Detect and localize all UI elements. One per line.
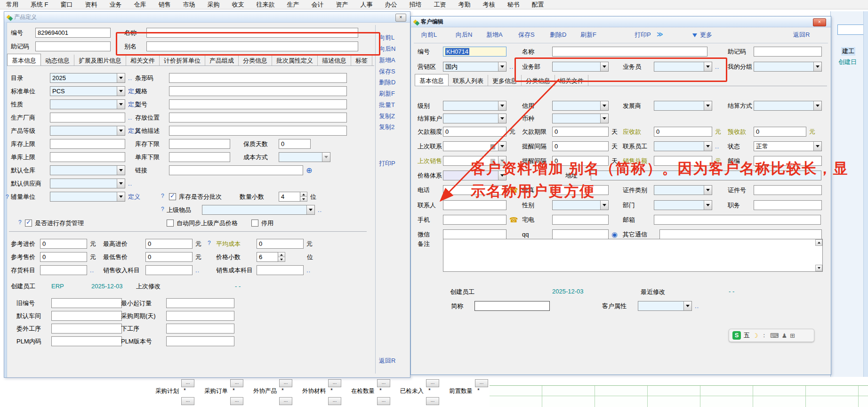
my-group-field[interactable] — [754, 62, 822, 72]
nav-batch-button[interactable]: 批量T — [379, 101, 410, 109]
ellipsis-button[interactable]: ... — [181, 397, 194, 405]
menu-item[interactable]: 常用 — [0, 0, 24, 9]
status-field[interactable]: 正常 — [754, 141, 822, 151]
stock-hi-field[interactable] — [50, 139, 125, 149]
ellipsis-button[interactable]: ... — [181, 379, 194, 387]
menu-item[interactable]: 秘书 — [501, 0, 526, 9]
product-tab[interactable]: 批次属性定义 — [272, 55, 318, 66]
unit-field[interactable]: PCS — [50, 86, 125, 96]
barcode-field[interactable] — [169, 73, 347, 83]
tb-add-button[interactable]: 新增A — [486, 31, 503, 39]
nav-print-button[interactable]: 打印P — [379, 159, 410, 168]
chevron-down-icon[interactable] — [498, 101, 506, 110]
punctuation-icon[interactable]: ： — [761, 331, 767, 340]
menu-item[interactable]: 考勤 — [452, 0, 477, 9]
currency-field[interactable] — [552, 114, 609, 123]
id-no-field[interactable] — [754, 185, 822, 195]
price-dec-stepper[interactable] — [278, 252, 285, 262]
wechat-field[interactable] — [443, 229, 506, 239]
phone-icon[interactable]: ☎ — [509, 216, 518, 224]
ellipsis-button[interactable]: ... — [279, 379, 292, 387]
menu-item[interactable]: 人事 — [354, 0, 379, 9]
ellipsis-button[interactable]: ... — [279, 397, 292, 405]
ime-toolbar[interactable]: S 五 ☽ ： ⌨ ♟ ⊞ — [729, 329, 814, 342]
price-dec-field[interactable]: 6 — [257, 252, 278, 262]
chevron-down-icon[interactable] — [117, 192, 125, 201]
customer-tab[interactable]: 基本信息 — [415, 74, 449, 86]
ellipsis-button[interactable]: ... — [230, 379, 243, 387]
acct-rev-more-button[interactable]: .. — [195, 267, 200, 274]
spin-up-icon[interactable] — [278, 252, 285, 257]
chevron-down-icon[interactable] — [704, 186, 712, 195]
cust-name-field[interactable] — [552, 47, 707, 57]
customer-window-titlebar[interactable]: 客户编辑 × — [411, 16, 831, 27]
plm-id-field[interactable] — [51, 336, 122, 346]
aux-unit-field[interactable] — [50, 192, 125, 202]
chevron-down-icon[interactable] — [600, 201, 608, 210]
chevron-down-icon[interactable] — [117, 126, 125, 135]
scroll-up-icon[interactable] — [815, 239, 822, 246]
cust-mnemonic-field[interactable] — [754, 47, 822, 57]
workshop-field[interactable] — [51, 311, 122, 321]
tb-save-button[interactable]: 保存S — [518, 31, 535, 39]
menu-item[interactable]: 收支 — [226, 0, 250, 9]
menu-item[interactable]: 往来款 — [250, 0, 281, 9]
last-contact-field[interactable]: ▦ — [443, 141, 506, 151]
chevron-down-icon[interactable] — [600, 114, 608, 123]
region-field[interactable]: 国内 — [443, 62, 506, 72]
arrow-down-icon[interactable] — [692, 33, 697, 40]
warehouse-field[interactable] — [50, 165, 125, 175]
location-field[interactable] — [169, 113, 347, 122]
chevron-down-icon[interactable] — [117, 179, 125, 188]
menu-item[interactable]: 配置 — [526, 0, 550, 9]
chevron-down-icon[interactable] — [704, 201, 712, 210]
menu-item[interactable]: 招培 — [403, 0, 428, 9]
menu-item[interactable]: 资料 — [79, 0, 104, 9]
ellipsis-button[interactable]: ... — [426, 397, 439, 405]
out-proc-field[interactable] — [51, 324, 122, 334]
credit-field[interactable] — [552, 101, 609, 111]
ellipsis-button[interactable]: ... — [328, 397, 341, 405]
tb-prev-button[interactable]: 向前L — [421, 31, 437, 39]
acct-inv-field[interactable] — [40, 265, 87, 275]
ime-logo-icon[interactable]: S — [732, 331, 741, 340]
mnemonic-field[interactable] — [35, 41, 111, 51]
ellipsis-button[interactable]: ... — [328, 379, 341, 387]
region-more-button[interactable]: .. — [509, 63, 514, 70]
parent-more-button[interactable]: .. — [318, 206, 322, 213]
code-field[interactable]: 829694001 — [35, 28, 111, 38]
product-tab[interactable]: 动态信息 — [41, 55, 74, 66]
product-tab[interactable]: 扩展及图片信息 — [74, 55, 126, 66]
ref-out-field[interactable]: 0 — [40, 252, 87, 262]
chevron-down-icon[interactable] — [306, 205, 314, 214]
menu-item[interactable]: 工资 — [428, 0, 452, 9]
nav-prev-button[interactable]: 向前L — [379, 33, 410, 42]
maker-field[interactable] — [50, 113, 125, 122]
catalog-field[interactable]: 2025 — [50, 73, 125, 83]
sync-checkbox[interactable] — [167, 220, 174, 227]
link-field[interactable] — [169, 165, 303, 175]
disabled-checkbox[interactable] — [251, 220, 258, 227]
chevron-down-icon[interactable] — [704, 142, 712, 151]
nav-copy-button[interactable]: 复制Z — [379, 112, 410, 121]
menu-item[interactable]: 系统 F — [24, 0, 55, 9]
nav-delete-button[interactable]: 删除D — [379, 78, 410, 87]
parent-field[interactable] — [202, 205, 315, 215]
person-icon[interactable]: ♟ — [781, 332, 787, 339]
grid-icon[interactable]: ⊞ — [790, 332, 795, 339]
stock-lo-field[interactable] — [169, 139, 230, 149]
max-in-field[interactable]: 0 — [145, 239, 193, 249]
contact-emp-field[interactable] — [654, 141, 712, 151]
product-tab[interactable]: 计价折算单位 — [160, 55, 205, 66]
avg-cost-field[interactable]: 0 — [257, 239, 304, 249]
qty-dec-stepper[interactable] — [300, 192, 307, 202]
product-tab[interactable]: 基本信息 — [7, 54, 41, 66]
scrollbar[interactable] — [863, 11, 868, 377]
account-field[interactable] — [443, 114, 506, 123]
menu-item[interactable]: 资产 — [330, 0, 354, 9]
acct-cost-field[interactable] — [257, 265, 304, 275]
maker-more-button[interactable]: .. — [128, 114, 132, 121]
model-field[interactable] — [169, 99, 347, 109]
ellipsis-button[interactable]: ... — [475, 379, 488, 387]
nature-field[interactable] — [50, 99, 125, 109]
